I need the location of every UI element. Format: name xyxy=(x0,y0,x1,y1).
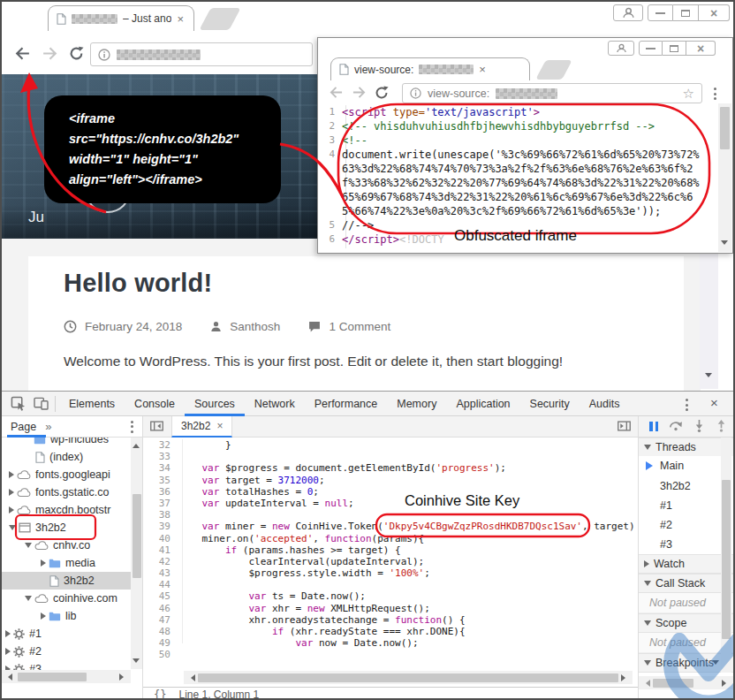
code-line[interactable]: 44 xyxy=(143,579,638,590)
line-number[interactable]: 48 xyxy=(143,626,178,637)
sidebar-more-tabs-icon[interactable]: » xyxy=(45,420,51,433)
devtools-close-icon[interactable]: × xyxy=(710,395,718,410)
pause-button[interactable] xyxy=(649,422,658,431)
editor-h-scrollbar[interactable] xyxy=(184,671,633,684)
info-icon[interactable] xyxy=(98,49,110,61)
post-title[interactable]: Hello world! xyxy=(64,269,212,298)
code-line[interactable]: 34 var $progress = document.getElementBy… xyxy=(143,462,638,474)
code-line[interactable]: 47 xhr.onreadystatechange = function() { xyxy=(143,614,638,626)
line-number[interactable]: 38 xyxy=(143,509,178,521)
line-number[interactable]: 37 xyxy=(143,498,178,509)
vs-maximize-button[interactable] xyxy=(663,41,686,56)
line-number[interactable]: 33 xyxy=(143,451,178,462)
step-over-button[interactable] xyxy=(669,420,683,434)
vs-minimize-button[interactable] xyxy=(639,41,663,56)
vs-back-button[interactable] xyxy=(329,86,344,103)
scroll-up-icon[interactable] xyxy=(133,440,140,448)
expand-caret-icon[interactable] xyxy=(9,489,14,496)
section-scope[interactable]: Scope xyxy=(639,613,733,633)
thread-2[interactable]: #2 xyxy=(639,515,733,535)
expand-caret-icon[interactable] xyxy=(9,506,14,514)
editor-tab-3h2b2[interactable]: 3h2b2 × xyxy=(171,416,232,438)
thread-3[interactable]: #3 xyxy=(639,535,733,554)
code-line[interactable]: 41 if (params.hashes >= target) { xyxy=(143,544,638,556)
tree-item-media[interactable]: media xyxy=(2,554,131,572)
sidebar-tab-page[interactable]: Page xyxy=(11,421,36,433)
tree-item-fonts-gstatic[interactable]: fonts.gstatic.co xyxy=(2,483,131,501)
code-line[interactable]: 43 $progress.style.width = '100%'; xyxy=(143,567,638,579)
braces-icon[interactable]: {} xyxy=(154,689,166,700)
tab-application[interactable]: Application xyxy=(446,392,519,416)
tab-audits[interactable]: Audits xyxy=(580,392,630,416)
scroll-left-icon[interactable] xyxy=(642,680,650,687)
source-line[interactable]: 2<!-- vhisduhvuhiusdhfbjhewvhisdhbybguye… xyxy=(321,119,713,133)
vs-scroll-thumb[interactable] xyxy=(720,107,730,149)
line-number[interactable]: 35 xyxy=(143,475,178,486)
address-bar[interactable] xyxy=(90,42,313,66)
code-line[interactable]: 49 var now = Date.now(); xyxy=(143,637,638,649)
line-number[interactable]: 50 xyxy=(143,649,178,660)
tab-network[interactable]: Network xyxy=(245,392,305,416)
vs-tab-close-icon[interactable]: × xyxy=(479,63,486,76)
expand-caret-icon[interactable] xyxy=(5,648,11,655)
tab-memory[interactable]: Memory xyxy=(387,392,446,416)
thread-3h2b2[interactable]: 3h2b2 xyxy=(639,476,733,496)
collapse-caret-icon[interactable] xyxy=(25,543,32,548)
line-number[interactable]: 40 xyxy=(143,533,178,544)
code-line[interactable]: 48 if (xhr.readyState === xhr.DONE){ xyxy=(143,626,638,637)
post-comments[interactable]: 1 Comment xyxy=(329,320,390,333)
tab-close-icon[interactable]: × xyxy=(177,12,184,26)
tab-console[interactable]: Console xyxy=(125,392,185,416)
editor-tab-close-icon[interactable]: × xyxy=(216,420,223,432)
code-line[interactable]: 45 var ts = Date.now(); xyxy=(143,590,638,602)
profile-button[interactable] xyxy=(613,4,643,21)
tab-sources[interactable]: Sources xyxy=(185,392,245,416)
line-number[interactable]: 36 xyxy=(143,486,178,498)
scroll-left-icon[interactable] xyxy=(187,674,195,681)
tab-security[interactable]: Security xyxy=(520,392,580,416)
line-number[interactable]: 34 xyxy=(143,462,178,474)
source-line[interactable]: 4document.write(unescape('%3c%69%66%72%6… xyxy=(321,148,713,218)
tree-item-cnhv-co[interactable]: cnhv.co xyxy=(2,536,131,554)
vs-profile-button[interactable] xyxy=(608,41,634,56)
tree-item-maxcdn-bootstrap[interactable]: maxcdn.bootstr xyxy=(2,501,131,519)
step-out-button[interactable] xyxy=(716,419,727,435)
expand-caret-icon[interactable] xyxy=(9,471,14,478)
debugger-v-scrollbar[interactable] xyxy=(721,438,731,673)
code-line[interactable]: 36 var totalHashes = 0; xyxy=(143,486,638,498)
tree-item-coinhive-com[interactable]: coinhive.com xyxy=(2,590,131,607)
tree-item-worker-2[interactable]: #2 xyxy=(2,643,131,660)
post-author[interactable]: Santhosh xyxy=(230,320,280,333)
line-number[interactable]: 44 xyxy=(143,579,178,590)
collapse-caret-icon[interactable] xyxy=(9,525,16,530)
code-line[interactable]: 35 var target = 3712000; xyxy=(143,475,638,486)
toggle-navigator-icon[interactable] xyxy=(150,421,163,434)
line-number[interactable]: 49 xyxy=(143,637,178,649)
vs-address-bar[interactable]: view-source: ☆ xyxy=(402,83,702,103)
vs-new-tab-button[interactable] xyxy=(535,60,572,80)
code-line[interactable]: 32 } xyxy=(143,439,638,451)
browser-tab[interactable]: – Just ano × xyxy=(48,5,194,31)
expand-caret-icon[interactable] xyxy=(5,630,11,637)
bookmark-star-icon[interactable]: ☆ xyxy=(683,86,694,102)
close-button[interactable]: × xyxy=(699,4,730,21)
panel-scroll-down-icon[interactable] xyxy=(712,660,719,668)
section-breakpoints[interactable]: Breakpoints xyxy=(639,653,733,673)
minimize-button[interactable] xyxy=(648,4,673,21)
scroll-thumb[interactable] xyxy=(722,480,731,639)
line-number[interactable]: 43 xyxy=(143,567,178,579)
scroll-right-icon[interactable] xyxy=(621,674,629,681)
code-line[interactable]: 42 clearInterval(updateInterval); xyxy=(143,556,638,567)
section-threads[interactable]: Threads xyxy=(639,438,733,457)
section-watch[interactable]: Watch xyxy=(639,554,733,574)
scroll-thumb[interactable] xyxy=(133,494,141,578)
code-line[interactable]: 33 xyxy=(143,451,638,462)
vs-scrollbar[interactable] xyxy=(718,103,731,252)
reload-button[interactable] xyxy=(69,46,84,65)
sidebar-h-scrollbar[interactable] xyxy=(2,670,131,683)
scroll-right-icon[interactable] xyxy=(722,680,730,687)
scroll-thumb[interactable] xyxy=(653,679,693,688)
line-number[interactable]: 39 xyxy=(143,521,178,532)
source-line[interactable]: 1<script type='text/javascript'> xyxy=(321,105,713,119)
tree-item-3h2b2-file-selected[interactable]: 3h2b2 xyxy=(2,572,131,590)
